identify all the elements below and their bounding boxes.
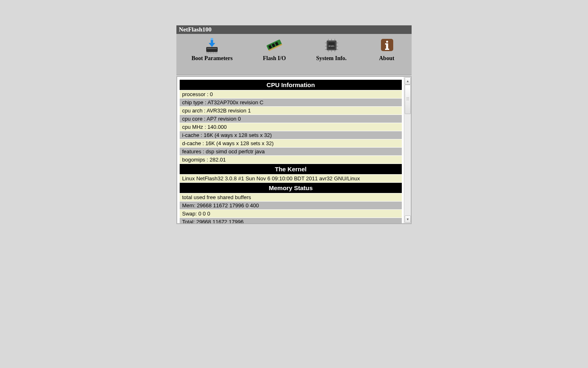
- app-title: NetFlash100: [179, 26, 212, 33]
- nav-about-label: About: [377, 55, 396, 62]
- kernel-row: Linux NetFlash32 3.0.8 #1 Sun Nov 6 09:1…: [180, 175, 402, 182]
- cpu-row: features : dsp simd ocd perfctr java: [180, 148, 402, 155]
- cpu-info-header: CPU Information: [180, 80, 402, 90]
- kernel-header: The Kernel: [180, 164, 402, 174]
- scroll-up-button[interactable]: ▲: [405, 77, 411, 85]
- mem-row: Mem: 29668 11672 17996 0 400: [180, 202, 402, 209]
- nav-flash-io[interactable]: Flash I/O: [263, 37, 286, 62]
- cpu-row: cpu arch : AVR32B revision 1: [180, 107, 402, 114]
- cpu-row: cpu MHz : 140.000: [180, 123, 402, 131]
- vertical-scrollbar[interactable]: ▲ ▼: [404, 77, 411, 223]
- scroll-thumb[interactable]: [405, 85, 411, 114]
- svg-marker-11: [211, 38, 213, 40]
- scroll-area: CPU Information processor : 0 chip type …: [177, 77, 404, 223]
- nav-sys-label: System Info.: [316, 55, 347, 62]
- scroll-down-button[interactable]: ▼: [405, 215, 411, 223]
- nav-boot-parameters[interactable]: Boot Parameters: [192, 37, 233, 62]
- chip-download-icon: [202, 37, 222, 54]
- cpu-row: bogomips : 282.01: [180, 156, 402, 164]
- nav-boot-label: Boot Parameters: [192, 55, 233, 62]
- cpu-row: processor : 0: [180, 90, 402, 98]
- svg-point-33: [386, 41, 388, 43]
- cpu-row: i-cache : 16K (4 ways x 128 sets x 32): [180, 131, 402, 139]
- nav-flash-label: Flash I/O: [263, 55, 286, 62]
- nav-system-info[interactable]: 0101 System Info.: [316, 37, 347, 62]
- svg-text:0101: 0101: [328, 45, 334, 47]
- memory-header: Memory Status: [180, 183, 402, 193]
- cpu-chip-icon: 0101: [322, 37, 341, 54]
- svg-rect-1: [207, 48, 217, 49]
- ram-icon: [265, 37, 284, 54]
- info-table: CPU Information processor : 0 chip type …: [179, 79, 402, 223]
- mem-row: Swap: 0 0 0: [180, 210, 402, 218]
- cpu-row: chip type : AT32AP700x revision C: [180, 99, 402, 106]
- svg-rect-36: [385, 43, 388, 45]
- nav-bar: Boot Parameters Flash I/O: [176, 34, 412, 75]
- mem-row: Total: 29668 11672 17996: [180, 218, 402, 223]
- title-bar: NetFlash100: [176, 25, 412, 34]
- cpu-row: cpu core : AP7 revision 0: [180, 115, 402, 123]
- svg-marker-10: [209, 43, 215, 47]
- cpu-row: d-cache : 16K (4 ways x 128 sets x 32): [180, 139, 402, 147]
- svg-rect-0: [206, 47, 218, 52]
- svg-rect-35: [385, 49, 389, 50]
- info-icon: [377, 37, 396, 54]
- mem-row: total used free shared buffers: [180, 193, 402, 201]
- content-frame: CPU Information processor : 0 chip type …: [176, 76, 412, 224]
- nav-about[interactable]: About: [377, 37, 396, 62]
